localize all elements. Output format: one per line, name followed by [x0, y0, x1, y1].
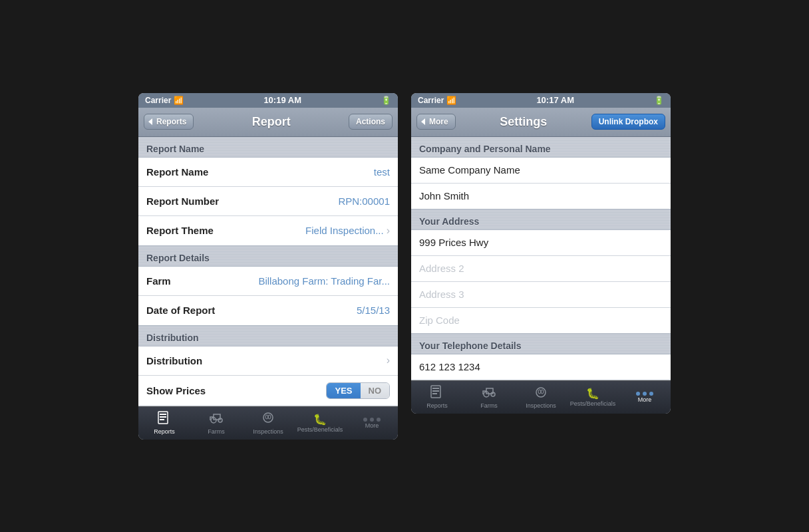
tab-label-more-left: More — [365, 422, 379, 429]
section-header-report-details: Report Details — [138, 246, 398, 266]
input-group-address — [411, 229, 671, 334]
label-report-number: Report Number — [146, 196, 219, 207]
time-left: 10:19 AM — [263, 95, 301, 105]
back-button-right[interactable]: More — [416, 114, 456, 130]
value-report-theme: Field Inspection... — [305, 225, 384, 236]
tab-bar-right: Reports Farms — [411, 380, 671, 414]
table-row-date[interactable]: Date of Report 5/15/13 — [138, 296, 398, 325]
table-group-distribution: Distribution › Show Prices YES NO — [138, 346, 398, 406]
right-phone: Carrier 📶 10:17 AM 🔋 More Settings Unlin… — [411, 93, 671, 414]
label-distribution: Distribution — [146, 355, 202, 366]
svg-point-8 — [265, 415, 268, 419]
tab-reports-right[interactable]: Reports — [411, 381, 463, 414]
tab-label-pests-left: Pests/Beneficials — [297, 426, 343, 433]
svg-rect-3 — [160, 419, 164, 420]
input-row-address3 — [411, 282, 671, 308]
unlink-dropbox-button[interactable]: Unlink Dropbox — [591, 114, 665, 130]
address3-input[interactable] — [419, 289, 663, 300]
table-row-distribution[interactable]: Distribution › — [138, 346, 398, 376]
tab-pests-left[interactable]: 🐛 Pests/Beneficials — [294, 407, 346, 440]
reports-icon-left — [156, 411, 172, 424]
table-row-report-theme[interactable]: Report Theme Field Inspection... › — [138, 216, 398, 245]
farms-icon-right — [481, 385, 497, 398]
nav-title-right: Settings — [500, 115, 547, 129]
zipcode-input[interactable] — [419, 315, 663, 326]
status-bar-left: Carrier 📶 10:19 AM 🔋 — [138, 93, 398, 108]
tab-label-inspections-left: Inspections — [253, 428, 283, 435]
time-right: 10:17 AM — [536, 95, 574, 105]
section-header-report-name: Report Name — [138, 137, 398, 157]
table-group-report-name: Report Name test Report Number RPN:00001… — [138, 157, 398, 246]
wifi-icon-left: 📶 — [174, 96, 184, 105]
tab-inspections-right[interactable]: Inspections — [515, 381, 567, 414]
actions-button[interactable]: Actions — [349, 114, 393, 130]
tab-label-reports-left: Reports — [154, 428, 175, 435]
content-left: Report Name Report Name test Report Numb… — [138, 137, 398, 406]
dot1-right — [636, 392, 640, 396]
address2-input[interactable] — [419, 263, 663, 274]
tab-label-inspections-right: Inspections — [526, 402, 556, 409]
tab-label-farms-right: Farms — [480, 402, 498, 409]
nav-bar-right: More Settings Unlink Dropbox — [411, 108, 671, 137]
table-group-report-details: Farm Billabong Farm: Trading Far... Date… — [138, 266, 398, 326]
carrier-left: Carrier — [145, 96, 171, 105]
input-row-personal-name — [411, 184, 671, 209]
label-report-theme: Report Theme — [146, 225, 214, 236]
address1-input[interactable] — [419, 237, 663, 248]
input-row-zipcode — [411, 308, 671, 333]
status-bar-right: Carrier 📶 10:17 AM 🔋 — [411, 93, 671, 108]
left-phone: Carrier 📶 10:19 AM 🔋 Reports Report Acti… — [138, 93, 398, 440]
tab-more-left[interactable]: More — [346, 407, 398, 440]
personal-name-input[interactable] — [419, 190, 663, 201]
dot3-left — [377, 418, 381, 422]
input-row-address2 — [411, 256, 671, 282]
value-farm: Billabong Farm: Trading Far... — [258, 275, 390, 287]
content-right: Company and Personal Name Your Address — [411, 137, 671, 380]
inspections-icon-right — [533, 386, 549, 399]
show-prices-toggle[interactable]: YES NO — [326, 382, 390, 399]
tab-label-more-right: More — [638, 396, 652, 403]
carrier-right: Carrier — [418, 96, 444, 105]
label-show-prices: Show Prices — [146, 385, 206, 396]
inspections-icon-left — [260, 411, 276, 424]
svg-rect-12 — [432, 390, 439, 392]
reports-icon-right — [429, 385, 445, 398]
tab-inspections-left[interactable]: Inspections — [242, 407, 294, 440]
tab-farms-left[interactable]: Farms — [190, 407, 242, 440]
wifi-icon-right: 📶 — [446, 96, 456, 105]
dot2-left — [370, 418, 374, 422]
table-row-farm[interactable]: Farm Billabong Farm: Trading Far... — [138, 267, 398, 296]
tab-label-pests-right: Pests/Beneficials — [570, 400, 616, 407]
value-report-theme-container: Field Inspection... › — [305, 225, 390, 237]
label-farm: Farm — [146, 275, 171, 287]
dot1-left — [363, 418, 367, 422]
farms-icon-left — [208, 411, 224, 424]
tab-pests-right[interactable]: 🐛 Pests/Beneficials — [567, 381, 619, 414]
label-date: Date of Report — [146, 305, 215, 316]
svg-point-19 — [541, 390, 544, 394]
toggle-yes[interactable]: YES — [327, 383, 360, 398]
tab-reports-left[interactable]: Reports — [138, 407, 190, 440]
tab-more-right[interactable]: More — [619, 381, 671, 414]
back-button-left[interactable]: Reports — [144, 114, 194, 130]
battery-icon-right: 🔋 — [654, 96, 664, 105]
battery-icon-left: 🔋 — [381, 96, 391, 105]
section-header-company: Company and Personal Name — [411, 137, 671, 157]
toggle-no[interactable]: NO — [361, 383, 390, 398]
section-header-address: Your Address — [411, 209, 671, 229]
value-date: 5/15/13 — [357, 305, 390, 316]
input-row-address1 — [411, 230, 671, 256]
section-header-distribution: Distribution — [138, 326, 398, 346]
table-row-show-prices: Show Prices YES NO — [138, 376, 398, 406]
svg-rect-13 — [432, 393, 437, 394]
tab-farms-right[interactable]: Farms — [463, 381, 515, 414]
section-header-telephone: Your Telephone Details — [411, 334, 671, 354]
label-report-name: Report Name — [146, 166, 208, 178]
table-row-report-name[interactable]: Report Name test — [138, 158, 398, 187]
table-row-report-number[interactable]: Report Number RPN:00001 — [138, 187, 398, 216]
nav-bar-left: Reports Report Actions — [138, 108, 398, 137]
company-name-input[interactable] — [419, 164, 663, 176]
input-row-company-name — [411, 158, 671, 184]
dot2-right — [643, 392, 647, 396]
phone-input[interactable] — [419, 361, 663, 372]
